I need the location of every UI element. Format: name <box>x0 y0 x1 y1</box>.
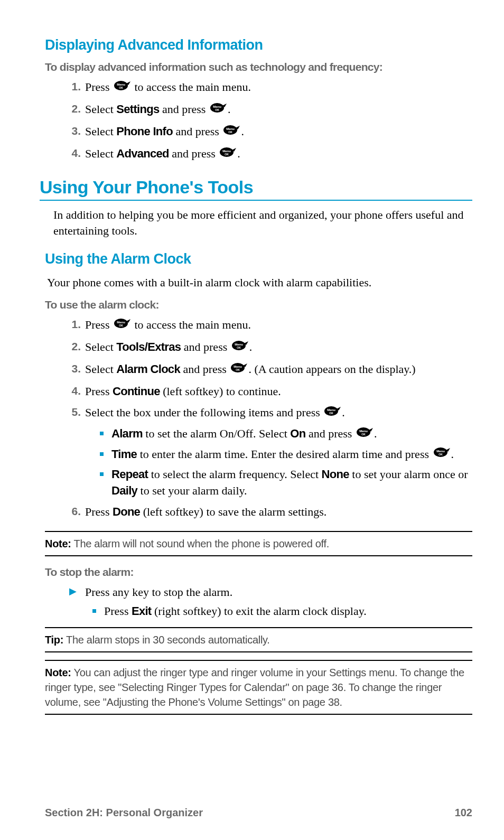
menu-key-icon <box>114 316 130 333</box>
intro-alarm: Your phone comes with a built-in alarm c… <box>47 275 472 291</box>
step-3: Select Alarm Clock and press . (A cautio… <box>66 361 472 379</box>
section-alarm-clock: Using the Alarm Clock Your phone comes w… <box>45 251 472 520</box>
step-4: Press Continue (left softkey) to continu… <box>66 383 472 400</box>
label-to-stop: To stop the alarm: <box>45 566 472 578</box>
menu-key-icon <box>219 145 236 162</box>
steps-alarm: Press to access the main menu. Select To… <box>66 316 472 520</box>
section-using-tools: Using Your Phone's Tools In addition to … <box>45 177 472 240</box>
step-1: Press to access the main menu. <box>66 316 472 334</box>
heading-using-tools: Using Your Phone's Tools <box>40 177 472 201</box>
menu-key-icon <box>433 446 450 462</box>
menu-key-icon <box>356 426 373 442</box>
steps-advanced: Press to access the main menu. Select Se… <box>66 79 472 163</box>
menu-key-icon <box>223 123 240 140</box>
footer-section: Section 2H: Personal Organizer <box>45 807 203 819</box>
heading-advanced-info: Displaying Advanced Information <box>45 37 472 53</box>
tip-alarm-30s: Tip: The alarm stops in 30 seconds autom… <box>45 627 472 652</box>
sub-time: Time to enter the alarm time. Enter the … <box>100 446 472 463</box>
menu-key-icon <box>210 101 227 118</box>
menu-key-icon <box>230 361 247 378</box>
label-to-use: To use the alarm clock: <box>45 298 472 311</box>
step-2: Select Settings and press . <box>66 101 472 119</box>
step-3: Select Phone Info and press . <box>66 123 472 141</box>
footer-page-number: 102 <box>455 807 472 819</box>
menu-key-icon <box>114 79 130 96</box>
sub-exit: Press Exit (right softkey) to exit the a… <box>92 603 472 620</box>
sub-alarm: Alarm to set the alarm On/Off. Select On… <box>100 426 472 443</box>
intro-tools: In addition to helping you be more effic… <box>53 207 472 240</box>
step-1: Press to access the main menu. <box>66 79 472 97</box>
step-5: Select the box under the following items… <box>66 404 472 499</box>
step-2: Select Tools/Extras and press . <box>66 339 472 357</box>
heading-alarm-clock: Using the Alarm Clock <box>45 251 472 267</box>
page-footer: Section 2H: Personal Organizer 102 <box>45 807 472 819</box>
menu-key-icon <box>231 339 248 356</box>
intro-advanced: To display advanced information such as … <box>45 61 472 73</box>
step-6: Press Done (left softkey) to save the al… <box>66 503 472 520</box>
steps-stop-alarm: Press any key to stop the alarm. Press E… <box>66 584 472 620</box>
substeps-stop: Press Exit (right softkey) to exit the a… <box>92 603 472 620</box>
sub-repeat: Repeat to select the alarm frequency. Se… <box>100 466 472 499</box>
arrow-step: Press any key to stop the alarm. Press E… <box>66 584 472 620</box>
section-displaying-advanced: Displaying Advanced Information To displ… <box>45 37 472 163</box>
menu-key-icon <box>324 404 341 421</box>
note-alarm-power-off: Note: The alarm will not sound when the … <box>45 531 472 556</box>
substeps-alarm: Alarm to set the alarm On/Off. Select On… <box>100 426 472 499</box>
note-ringer-settings: Note: You can adjust the ringer type and… <box>45 660 472 715</box>
step-4: Select Advanced and press . <box>66 145 472 163</box>
